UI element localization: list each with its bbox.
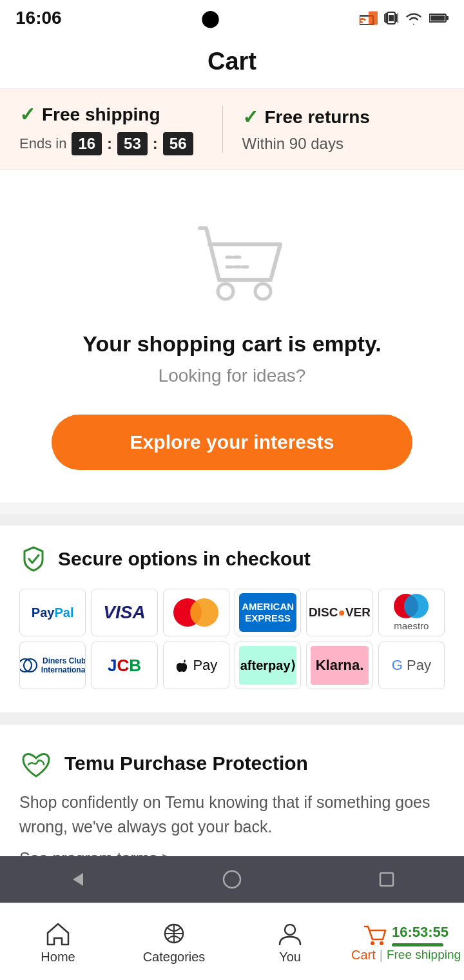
android-recents-button[interactable] [371, 863, 403, 896]
timer-sep-1: : [107, 135, 112, 153]
timer-row: Ends in 16 : 53 : 56 [19, 132, 222, 155]
empty-cart-icon [174, 209, 290, 312]
jcb-card: JCB [91, 642, 157, 689]
free-shipping-title: ✓ Free shipping [19, 103, 222, 126]
free-shipping-label: Free shipping [42, 104, 160, 125]
nav-categories-label: Categories [143, 950, 206, 965]
timer-minutes: 53 [117, 132, 148, 155]
home-icon [45, 921, 71, 946]
status-dot: ⬤ [201, 8, 220, 28]
vibrate-icon [384, 10, 398, 26]
profile-icon [277, 921, 303, 946]
svg-point-20 [285, 925, 295, 935]
apple-pay-card: Pay [163, 642, 229, 689]
empty-cart-section: Your shopping cart is empty. Looking for… [0, 170, 464, 502]
maestro-card: maestro [378, 589, 445, 636]
svg-rect-9 [446, 16, 449, 20]
battery-icon [429, 11, 449, 25]
nav-you-label: You [279, 950, 301, 965]
svg-point-13 [218, 284, 233, 299]
free-shipping-promo: ✓ Free shipping Ends in 16 : 53 : 56 [19, 103, 222, 155]
payment-methods-grid: PayPal VISA AMERICANEXPRESS [19, 589, 445, 689]
android-nav-bar [0, 856, 464, 903]
section-divider-1 [0, 514, 464, 525]
svg-point-22 [380, 941, 383, 945]
returns-sub: Within 90 days [242, 135, 445, 153]
mastercard-card [163, 589, 229, 636]
svg-rect-10 [430, 15, 445, 21]
bottom-nav: Home Categories You [0, 903, 464, 980]
secure-checkout-title: Secure options in checkout [19, 545, 445, 573]
nav-cart-bar [392, 943, 443, 946]
handshake-icon [19, 747, 53, 780]
checkmark-icon: ✓ [19, 103, 35, 126]
nav-cart[interactable]: 16:53:55 Cart | Free shipping [348, 903, 464, 980]
nav-home[interactable]: Home [0, 903, 116, 980]
wifi-icon [405, 11, 423, 25]
status-bar: 16:06 ⬤ [0, 0, 464, 36]
afterpay-card: afterpay⟩ [235, 642, 301, 689]
nav-cart-timer: 16:53:55 [392, 924, 449, 941]
paypal-card: PayPal [19, 589, 86, 636]
page-header: Cart [0, 36, 464, 89]
ends-in-label: Ends in [19, 135, 66, 152]
status-icons [360, 10, 449, 26]
timer-seconds: 56 [163, 132, 193, 155]
secure-checkout-section: Secure options in checkout PayPal VISA [0, 525, 464, 712]
svg-point-21 [371, 941, 374, 945]
svg-point-14 [255, 284, 271, 299]
cast-icon [360, 11, 378, 25]
empty-cart-title: Your shopping cart is empty. [19, 331, 445, 357]
svg-rect-3 [389, 15, 394, 21]
nav-cart-separator: | [380, 948, 383, 963]
protection-title: Temu Purchase Protection [64, 752, 308, 774]
diners-club-card: Diners ClubInternational [19, 642, 86, 689]
android-back-button[interactable] [61, 863, 93, 896]
nav-categories[interactable]: Categories [116, 903, 232, 980]
empty-cart-subtitle: Looking for ideas? [19, 366, 445, 386]
timer-sep-2: : [153, 135, 158, 153]
timer-hours: 16 [72, 132, 102, 155]
nav-home-label: Home [41, 950, 75, 965]
section-divider-2 [0, 712, 464, 724]
free-returns-label: Free returns [265, 107, 370, 128]
nav-you[interactable]: You [232, 903, 348, 980]
free-returns-title: ✓ Free returns [242, 106, 445, 128]
protection-header: Temu Purchase Protection [19, 747, 445, 780]
klarna-card: Klarna. [306, 642, 372, 689]
explore-interests-button[interactable]: Explore your interests [52, 415, 412, 470]
shield-check-icon [19, 545, 48, 573]
secure-checkout-label: Secure options in checkout [58, 548, 311, 570]
visa-card: VISA [91, 589, 157, 636]
nav-cart-free-shipping: Free shipping [387, 948, 461, 962]
protection-body: Shop confidently on Temu knowing that if… [19, 790, 445, 839]
status-time: 16:06 [15, 8, 62, 28]
svg-rect-1 [369, 12, 378, 25]
amex-card: AMERICANEXPRESS [235, 589, 301, 636]
cart-icon-nav [363, 924, 387, 946]
page-title: Cart [0, 48, 464, 75]
promo-banner: ✓ Free shipping Ends in 16 : 53 : 56 ✓ F… [0, 89, 464, 170]
free-returns-promo: ✓ Free returns Within 90 days [222, 106, 445, 153]
google-pay-card: G Pay [378, 642, 445, 689]
checkmark-icon-2: ✓ [242, 106, 258, 128]
categories-icon [161, 921, 187, 946]
svg-marker-23 [73, 873, 83, 886]
svg-rect-25 [380, 873, 393, 886]
nav-cart-label: Cart [351, 948, 376, 963]
discover-card: DISC●VER [306, 589, 372, 636]
android-home-button[interactable] [216, 863, 248, 896]
svg-point-24 [224, 871, 240, 888]
